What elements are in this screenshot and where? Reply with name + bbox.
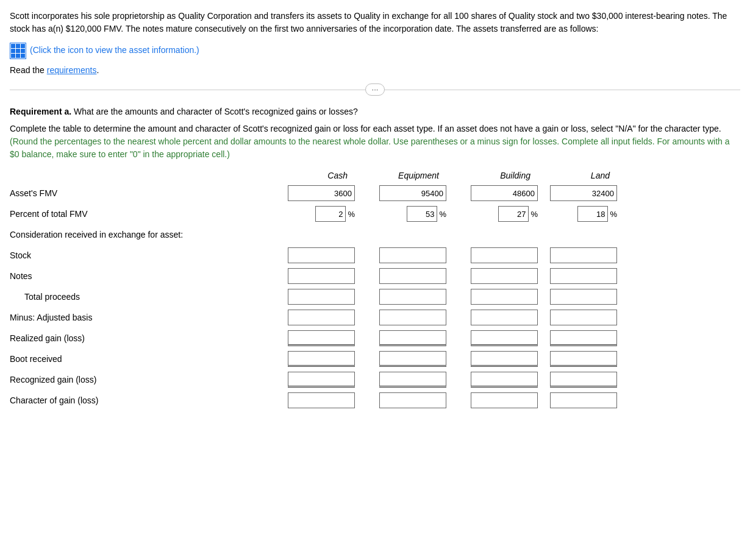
realized-building-input[interactable] [471,330,538,346]
boot-land-input[interactable] [550,351,617,367]
stock-cash-input[interactable] [288,247,355,263]
realized-land-input[interactable] [550,330,617,346]
recog-building-input[interactable] [471,372,538,388]
table-row-character: Character of gain (loss) [10,390,740,411]
char-cash-cell [278,391,357,409]
notes-equipment-input[interactable] [379,268,446,284]
proceeds-equipment-input[interactable] [379,289,446,305]
table-row-adj-basis: Minus: Adjusted basis [10,307,740,328]
row-label-boot: Boot received [10,352,278,366]
realized-building-cell [449,329,540,347]
boot-cash-cell [278,350,357,368]
intro-text: Scott incorporates his sole proprietorsh… [10,10,740,35]
notes-land-cell [540,267,620,285]
notes-building-input[interactable] [471,268,538,284]
adj-equipment-cell [357,308,449,327]
requirements-link[interactable]: requirements [47,65,97,75]
requirement-title: Requirement a. What are the amounts and … [10,107,740,116]
table-row-percent: Percent of total FMV % % % % [10,204,740,224]
requirement-desc2: (Round the percentages to the nearest wh… [10,136,730,159]
fmv-building-cell [449,184,540,202]
table-row-total-proceeds: Total proceeds [10,286,740,307]
realized-cash-input[interactable] [288,330,355,346]
boot-building-input[interactable] [471,351,538,367]
table-row-stock: Stock [10,245,740,266]
char-equipment-cell [357,391,449,409]
realized-land-cell [540,329,620,347]
row-label-consideration: Consideration received in exchange for a… [10,227,278,242]
stock-land-input[interactable] [550,247,617,263]
pct-equipment-symbol: % [439,210,446,219]
char-building-input[interactable] [471,392,538,408]
boot-cash-input[interactable] [288,351,355,367]
char-land-input[interactable] [550,392,617,408]
read-requirements: Read the requirements. [10,65,740,75]
divider: ··· [10,83,740,96]
table-row-boot: Boot received [10,349,740,369]
boot-building-cell [449,350,540,368]
table-row-consideration-header: Consideration received in exchange for a… [10,224,740,245]
proceeds-building-input[interactable] [471,289,538,305]
pct-building-symbol: % [530,210,538,219]
stock-building-cell [449,246,540,264]
stock-equipment-input[interactable] [379,247,446,263]
pct-building-input[interactable] [498,206,529,222]
fmv-cash-input[interactable] [288,185,355,201]
click-icon-text: (Click the icon to view the asset inform… [30,45,199,55]
fmv-cash-cell [278,184,357,202]
adj-building-cell [449,308,540,327]
table-row-fmv: Asset's FMV [10,183,740,204]
recog-cash-cell [278,370,357,389]
notes-equipment-cell [357,267,449,285]
char-cash-input[interactable] [288,392,355,408]
divider-dots: ··· [365,83,385,96]
char-land-cell [540,391,620,409]
proceeds-land-input[interactable] [550,289,617,305]
realized-equipment-input[interactable] [379,330,446,346]
adj-equipment-input[interactable] [379,310,446,325]
fmv-equipment-cell [357,184,449,202]
column-headers: Cash Equipment Building Land [10,171,740,180]
fmv-land-input[interactable] [550,185,617,201]
adj-land-input[interactable] [550,310,617,325]
notes-land-input[interactable] [550,268,617,284]
table-row-recognized-gain: Recognized gain (loss) [10,369,740,390]
grid-icon[interactable] [10,40,26,59]
row-label-percent: Percent of total FMV [10,207,278,221]
proceeds-cash-cell [278,288,357,306]
notes-cash-input[interactable] [288,268,355,284]
pct-equipment-cell: % [357,205,449,223]
recog-land-input[interactable] [550,372,617,388]
recog-building-cell [449,370,540,389]
row-label-notes: Notes [10,269,278,283]
pct-cash-input[interactable] [315,206,346,222]
adj-cash-input[interactable] [288,310,355,325]
pct-land-cell: % [540,205,620,223]
stock-building-input[interactable] [471,247,538,263]
col-header-equipment: Equipment [357,171,449,180]
realized-cash-cell [278,329,357,347]
recog-equipment-input[interactable] [379,372,446,388]
pct-land-input[interactable] [577,206,608,222]
proceeds-building-cell [449,288,540,306]
proceeds-equipment-cell [357,288,449,306]
click-icon-row[interactable]: (Click the icon to view the asset inform… [10,40,740,59]
stock-equipment-cell [357,246,449,264]
recog-land-cell [540,370,620,389]
col-header-land: Land [540,171,620,180]
requirement-desc1: Complete the table to determine the amou… [10,122,740,161]
adj-land-cell [540,308,620,327]
pct-equipment-input[interactable] [407,206,437,222]
row-label-fmv: Asset's FMV [10,186,278,200]
fmv-equipment-input[interactable] [379,185,446,201]
boot-equipment-input[interactable] [379,351,446,367]
notes-building-cell [449,267,540,285]
proceeds-cash-input[interactable] [288,289,355,305]
fmv-building-input[interactable] [471,185,538,201]
adj-building-input[interactable] [471,310,538,325]
boot-equipment-cell [357,350,449,368]
table-row-realized-gain: Realized gain (loss) [10,328,740,349]
divider-right-line [385,90,740,90]
char-equipment-input[interactable] [379,392,446,408]
recog-cash-input[interactable] [288,372,355,388]
